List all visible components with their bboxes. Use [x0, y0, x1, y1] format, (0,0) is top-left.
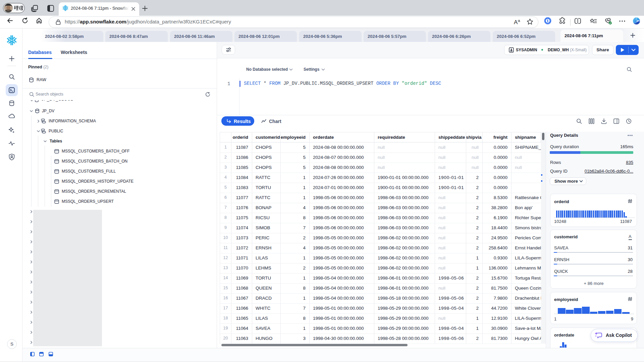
svg-text:A: A — [514, 19, 518, 25]
